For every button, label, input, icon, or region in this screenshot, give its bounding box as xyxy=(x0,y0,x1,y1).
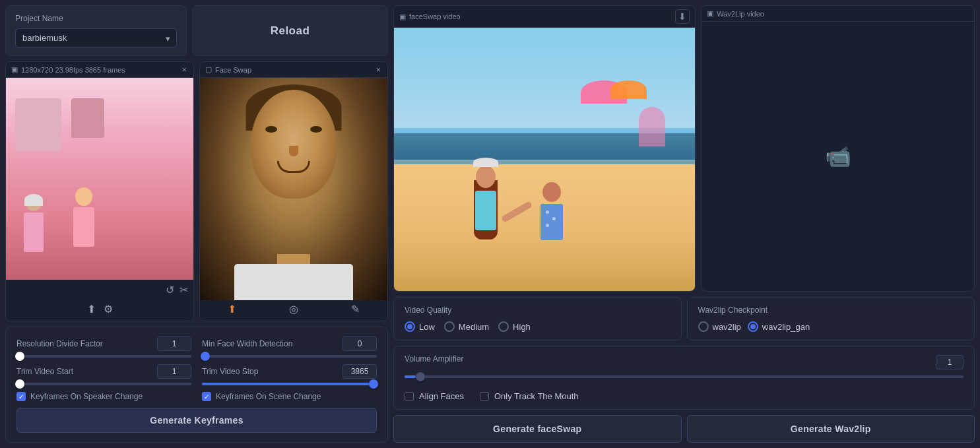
min-face-width-thumb[interactable] xyxy=(201,352,210,361)
video-preview-row: ▣ faceSwap video ⬇ xyxy=(393,5,975,292)
align-faces-checkbox[interactable] xyxy=(405,392,414,401)
faceswap-scene xyxy=(394,28,695,291)
source-video-thumb xyxy=(6,78,193,280)
wav2lip-radio[interactable] xyxy=(698,321,709,332)
volume-settings-block: Volume Amplifier 1 Align Faces Only Trac… xyxy=(393,346,975,410)
trim-start-row: Trim Video Start 1 xyxy=(16,364,191,385)
generate-wav2lip-button[interactable]: Generate Wav2lip xyxy=(687,415,975,443)
bottom-btn-row: Generate faceSwap Generate Wav2lip xyxy=(393,415,975,443)
trim-start-thumb[interactable] xyxy=(15,379,24,389)
min-face-width-row: Min Face Width Detection 0 xyxy=(202,336,377,358)
trim-start-value: 1 xyxy=(157,364,191,379)
quality-high-option[interactable]: High xyxy=(498,321,531,332)
resolution-divide-label: Resolution Divide Factor xyxy=(16,339,103,348)
quality-low-radio-inner xyxy=(407,324,412,329)
face-bottom-controls: ⬆ ◎ ✎ xyxy=(200,300,387,321)
wav2lip-header: ▣ Wav2Lip video xyxy=(702,6,974,22)
faceswap-video-label: faceSwap video xyxy=(409,13,461,20)
only-track-mouth-checkbox[interactable] xyxy=(480,392,489,401)
resolution-divide-slider[interactable] xyxy=(16,355,191,358)
face-upload-button[interactable]: ⬆ xyxy=(228,303,236,315)
generate-keyframes-button[interactable]: Generate Keyframes xyxy=(16,408,377,433)
trim-stop-slider[interactable] xyxy=(202,383,377,385)
trim-stop-label: Trim Video Stop xyxy=(202,367,258,376)
source-video-close-button[interactable]: × xyxy=(180,65,188,74)
settings-button[interactable]: ⚙ xyxy=(104,303,113,315)
face-shirt xyxy=(234,264,353,300)
faceswap-download-button[interactable]: ⬇ xyxy=(675,9,690,24)
face-edit-button[interactable]: ✎ xyxy=(351,303,360,315)
wav2lip-video-icon: ▣ xyxy=(707,9,713,18)
source-video-header-left: ▣ 1280x720 23.98fps 3865 frames xyxy=(11,65,125,74)
source-video-label: 1280x720 23.98fps 3865 frames xyxy=(21,66,125,74)
quality-low-option[interactable]: Low xyxy=(405,321,435,332)
wav2lip-option[interactable]: wav2lip xyxy=(698,321,741,332)
wav2lip-video-panel: ▣ Wav2Lip video 📹 xyxy=(701,5,975,292)
right-settings-top: Video Quality Low Medium xyxy=(393,297,975,340)
wav2lip-header-left: ▣ Wav2Lip video xyxy=(707,9,764,18)
quality-medium-radio[interactable] xyxy=(444,321,455,332)
keyframes-scene-row: Keyframes On Scene Change xyxy=(202,392,377,401)
project-name-select[interactable]: barbiemusk xyxy=(15,28,177,48)
faceswap-video-panel: ▣ faceSwap video ⬇ xyxy=(393,5,696,292)
min-face-width-value: 0 xyxy=(343,336,377,351)
reload-button[interactable]: Reload xyxy=(271,24,310,38)
quality-high-radio[interactable] xyxy=(498,321,509,332)
wav2lip-gan-radio-inner xyxy=(750,324,756,329)
wav2lip-gan-label: wav2lip_gan xyxy=(762,322,810,332)
keyframes-speaker-label: Keyframes On Speaker Change xyxy=(30,392,143,401)
video-controls-bar: ↺ ✂ xyxy=(6,280,193,300)
wav2lip-gan-option[interactable]: wav2lip_gan xyxy=(748,321,810,332)
project-select-wrapper[interactable]: barbiemusk xyxy=(15,28,177,48)
wav2lip-checkpoint-title: Wav2lip Checkpoint xyxy=(698,305,964,315)
source-video-header: ▣ 1280x720 23.98fps 3865 frames × xyxy=(6,62,193,78)
quality-radio-group: Low Medium High xyxy=(405,321,670,332)
min-face-width-slider[interactable] xyxy=(202,355,377,358)
face-swap-close-button[interactable]: × xyxy=(374,65,382,74)
checkboxes-row: Align Faces Only Track The Mouth xyxy=(405,385,964,401)
wav2lip-gan-radio[interactable] xyxy=(748,321,758,332)
trim-start-label-row: Trim Video Start 1 xyxy=(16,364,191,379)
only-track-mouth-row: Only Track The Mouth xyxy=(480,391,579,401)
resolution-divide-value: 1 xyxy=(157,336,191,351)
source-video-panel: ▣ 1280x720 23.98fps 3865 frames × xyxy=(5,61,194,321)
trim-stop-thumb[interactable] xyxy=(369,379,378,389)
quality-medium-option[interactable]: Medium xyxy=(444,321,489,332)
trim-stop-value: 3865 xyxy=(343,364,377,379)
keyframes-speaker-row: Keyframes On Speaker Change xyxy=(16,392,191,401)
keyframes-speaker-checkbox[interactable] xyxy=(16,392,26,401)
volume-thumb[interactable] xyxy=(416,372,425,381)
upload-button[interactable]: ⬆ xyxy=(87,303,96,315)
barbie-scene xyxy=(6,78,193,280)
keyframes-scene-checkbox[interactable] xyxy=(202,392,211,401)
resolution-divide-label-row: Resolution Divide Factor 1 xyxy=(16,336,191,351)
wav2lip-label: wav2lip xyxy=(713,322,741,332)
face-swap-header-left: ▢ Face Swap xyxy=(205,65,251,74)
volume-value: 1 xyxy=(936,355,964,369)
generate-faceswap-button[interactable]: Generate faceSwap xyxy=(393,415,682,443)
quality-medium-label: Medium xyxy=(459,322,489,332)
face-target-button[interactable]: ◎ xyxy=(289,303,298,315)
trim-start-slider[interactable] xyxy=(16,383,191,385)
trim-stop-label-row: Trim Video Stop 3865 xyxy=(202,364,377,379)
project-name-box: Project Name barbiemusk xyxy=(5,5,187,56)
quality-low-radio[interactable] xyxy=(405,321,415,332)
reset-button[interactable]: ↺ xyxy=(166,284,174,296)
settings-grid: Resolution Divide Factor 1 Min Face Widt… xyxy=(16,336,377,401)
face-oval xyxy=(251,90,337,199)
volume-slider[interactable] xyxy=(405,375,964,378)
wav2lip-empty-preview: 📹 xyxy=(702,22,974,291)
camera-placeholder-icon: 📹 xyxy=(825,144,851,169)
keyframes-scene-label: Keyframes On Scene Change xyxy=(216,392,321,401)
resolution-divide-thumb[interactable] xyxy=(15,352,24,361)
project-name-label: Project Name xyxy=(15,14,177,23)
align-faces-row: Align Faces xyxy=(405,391,464,401)
resolution-divide-row: Resolution Divide Factor 1 xyxy=(16,336,191,358)
face-swap-header: ▢ Face Swap × xyxy=(200,62,387,78)
trim-stop-row: Trim Video Stop 3865 xyxy=(202,364,377,385)
align-faces-label: Align Faces xyxy=(419,391,464,401)
reload-box[interactable]: Reload xyxy=(192,5,388,56)
scissors-button[interactable]: ✂ xyxy=(180,284,188,296)
volume-row: Volume Amplifier 1 xyxy=(405,354,964,370)
min-face-width-label: Min Face Width Detection xyxy=(202,339,292,348)
